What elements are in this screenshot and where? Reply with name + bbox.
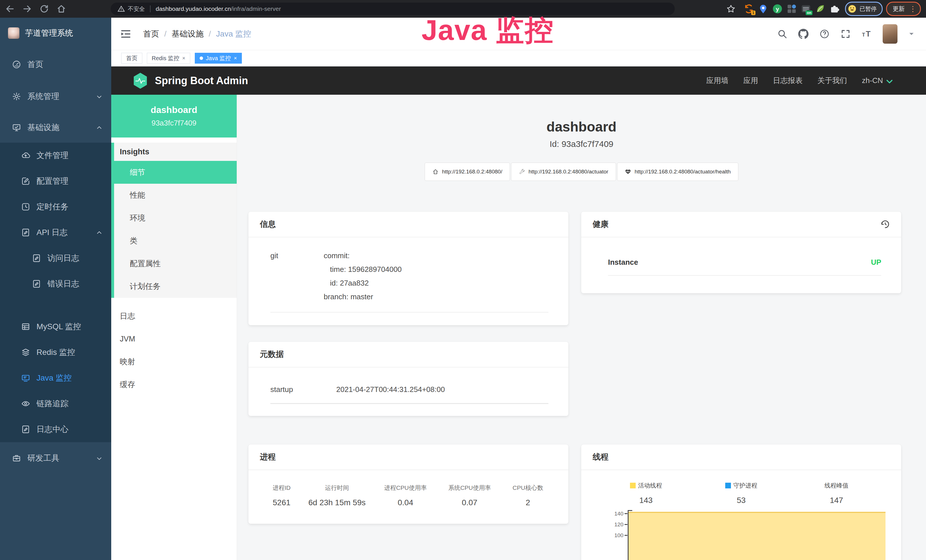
breadcrumb-infra[interactable]: 基础设施 [172,29,204,39]
document-edit-icon [21,425,30,434]
sidebar-item-config[interactable]: 配置管理 [0,168,111,194]
tag-home[interactable]: 首页 [121,53,142,64]
sidebar-item-system[interactable]: 系统管理 [0,80,111,112]
document-edit-icon [21,228,30,237]
browser-update-button[interactable]: 更新 ⋮ [886,2,921,16]
url-path[interactable]: /infra/admin-server [231,5,281,12]
sidebar-item-infra[interactable]: 基础设施 [0,112,111,143]
info-value: commit: time: 1596289704000 id: 27aa832 … [324,249,402,304]
sidebar-item-access-log[interactable]: 访问日志 [0,245,111,271]
health-row-instance: Instance UP [608,258,881,275]
help-icon[interactable] [819,29,830,39]
sidebar-item-job[interactable]: 定时任务 [0,194,111,219]
svg-text:y: y [776,6,779,12]
health-url-button[interactable]: http://192.168.0.2:48080/actuator/health [617,163,738,181]
page-instance-id: Id: 93a3fc7f7409 [237,139,926,149]
sba-nav-wallboard[interactable]: 应用墙 [706,76,728,86]
fullscreen-icon[interactable] [840,29,851,39]
address-bar[interactable]: 不安全 dashboard.yudao.iocoder.cn /infra/ad… [110,3,675,15]
heartbeat-icon [625,169,631,175]
sba-item-classes[interactable]: 类 [114,229,237,252]
instance-header[interactable]: dashboard 93a3fc7f7409 [111,95,237,138]
actuator-url-button[interactable]: http://192.168.0.2:48080/actuator [511,163,616,181]
close-icon[interactable]: × [234,55,237,61]
page-title: dashboard [237,119,926,135]
y-tick-140: 140 [581,511,623,517]
annotation-text: Java 监控 [422,11,554,50]
user-menu-caret-icon[interactable] [908,32,915,36]
sba-item-details[interactable]: 细节 [114,161,237,184]
sba-item-mappings[interactable]: 映射 [111,350,237,373]
sba-locale-select[interactable]: zh-CN [862,76,893,85]
gear-icon [12,92,21,101]
sidebar-item-home[interactable]: 首页 [0,48,111,80]
wrench-icon [519,169,525,175]
health-card-header: 健康 [581,212,901,238]
extension-list-icon[interactable]: on [800,3,811,14]
sba-nav-journal[interactable]: 日志报表 [773,76,802,86]
info-card-header: 信息 [248,212,568,238]
bookmark-star-icon[interactable] [726,4,735,14]
process-pid: 5261 [263,498,301,507]
service-url-button[interactable]: http://192.168.0.2:48080/ [425,163,510,181]
sidebar-item-mysql[interactable]: MySQL 监控 [0,314,111,339]
font-size-icon[interactable]: TT [861,29,872,39]
extension-grid-icon[interactable] [786,3,797,14]
browser-reload-icon[interactable] [39,4,49,14]
sba-brand-title[interactable]: Spring Boot Admin [155,75,248,87]
sba-nav-applications[interactable]: 应用 [743,76,758,86]
sidebar-item-dev-tools[interactable]: 研发工具 [0,442,111,474]
tag-redis[interactable]: Redis 监控 × [147,53,190,64]
toolbox-icon [12,454,21,463]
app-logo-row[interactable]: 芋道管理系统 [0,18,111,48]
legend-swatch-yellow [630,483,635,488]
browser-back-icon[interactable] [5,4,15,14]
sidebar-item-log-center[interactable]: 日志中心 [0,416,111,442]
info-row-git: git commit: time: 1596289704000 id: 27aa… [270,249,548,312]
sba-item-caches[interactable]: 缓存 [111,373,237,396]
sba-item-jvm[interactable]: JVM [111,327,237,350]
extensions-puzzle-icon[interactable] [829,3,840,14]
extension-y-icon[interactable]: y [772,3,783,14]
metadata-card-body: startup 2021-04-27T00:44:31.254+08:00 [248,368,568,416]
history-icon[interactable] [881,219,890,229]
sba-item-metrics[interactable]: 性能 [114,184,237,207]
sidebar-item-trace[interactable]: 链路追踪 [0,391,111,416]
health-instance-label: Instance [608,258,638,267]
browser-forward-icon[interactable] [22,4,32,14]
eye-icon [21,399,30,408]
breadcrumb-home[interactable]: 首页 [143,29,159,39]
health-card: 健康 Instance UP [581,212,901,293]
extension-pin-icon[interactable] [758,3,769,14]
sba-item-logfile[interactable]: 日志 [111,305,237,327]
sba-nav-about[interactable]: 关于我们 [817,76,847,86]
legend-peak-threads: 线程峰值 147 [789,481,884,505]
sidebar-item-file[interactable]: 文件管理 [0,143,111,168]
sidebar-item-redis[interactable]: Redis 监控 [0,339,111,365]
close-icon[interactable]: × [182,55,185,61]
peak-threads-value: 147 [830,496,843,505]
tag-java-active[interactable]: Java 监控 × [195,53,242,64]
sidebar-item-java[interactable]: Java 监控 [0,365,111,391]
github-icon[interactable] [798,29,808,39]
layers-icon [21,348,30,357]
extension-leaf-icon[interactable] [815,3,826,14]
sidebar-item-error-log[interactable]: 错误日志 [0,271,111,297]
sidebar-collapse-icon[interactable] [120,28,132,40]
main-area: 首页 / 基础设施 / Java 监控 TT [111,18,926,560]
user-avatar[interactable] [883,24,897,44]
search-icon[interactable] [777,29,787,39]
breadcrumb-separator: / [164,29,166,38]
sidebar-item-api-log[interactable]: API 日志 [0,219,111,245]
browser-menu-icon[interactable]: ⋮ [909,5,917,12]
sba-item-scheduled-tasks[interactable]: 计划任务 [114,275,237,298]
sba-item-configprops[interactable]: 配置属性 [114,252,237,275]
sba-item-environment[interactable]: 环境 [114,207,237,229]
browser-home-icon[interactable] [56,4,66,14]
extension-sync-icon[interactable]: 1 [743,3,754,14]
document-edit-icon [32,254,41,263]
breadcrumb-current: Java 监控 [216,29,251,39]
url-host[interactable]: dashboard.yudao.iocoder.cn [156,5,231,12]
security-label[interactable]: 不安全 [128,5,145,13]
browser-profile-chip[interactable]: 已暂停 [845,2,883,16]
